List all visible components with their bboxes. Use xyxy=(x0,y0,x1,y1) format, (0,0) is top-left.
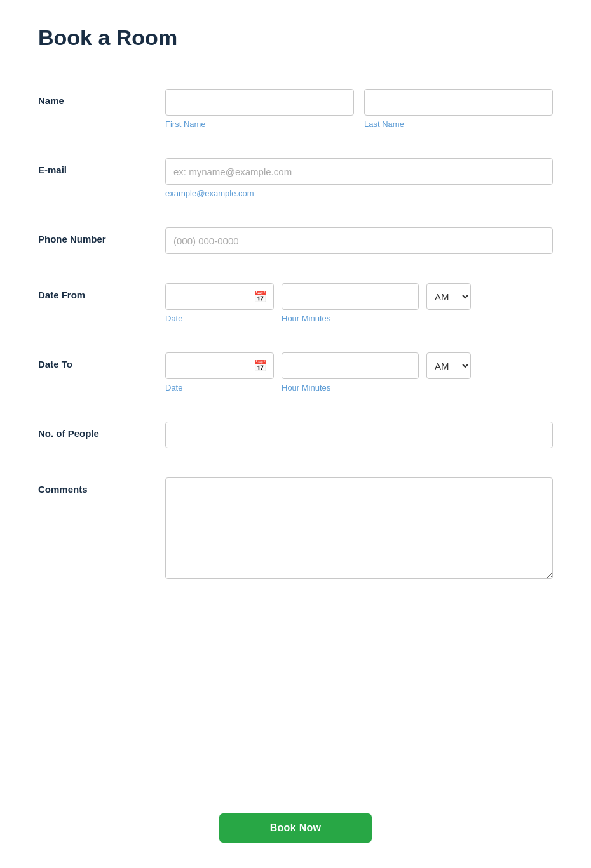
date-from-date-inner: 10-23-2024 📅 xyxy=(165,283,274,310)
phone-fields xyxy=(165,227,553,254)
phone-label: Phone Number xyxy=(38,227,165,244)
date-to-label: Date To xyxy=(38,352,165,370)
page-title: Book a Room xyxy=(38,25,553,50)
date-to-date-sublabel: Date xyxy=(165,383,274,392)
name-fields: First Name Last Name xyxy=(165,89,553,129)
page-container: Book a Room Name First Name Last Name xyxy=(0,0,591,868)
email-fields: example@example.com xyxy=(165,158,553,198)
book-now-button[interactable]: Book Now xyxy=(219,813,372,843)
date-to-fields: 10-23-2024 📅 Date 05:30 Hour Minutes AM … xyxy=(165,352,553,392)
phone-input[interactable] xyxy=(165,227,553,254)
email-sublabel: example@example.com xyxy=(165,189,553,198)
people-input[interactable] xyxy=(165,422,553,448)
first-name-sublabel: First Name xyxy=(165,119,354,129)
comments-textarea[interactable] xyxy=(165,477,553,579)
people-label: No. of People xyxy=(38,422,165,439)
date-from-date-sublabel: Date xyxy=(165,314,274,323)
email-input[interactable] xyxy=(165,158,553,185)
date-to-date-input[interactable]: 10-23-2024 xyxy=(172,353,248,378)
date-to-time-wrap: 05:30 Hour Minutes xyxy=(282,352,419,392)
date-from-time-input[interactable]: 05:30 xyxy=(282,283,419,310)
header: Book a Room xyxy=(0,0,591,63)
date-to-ampm-select[interactable]: AM PM xyxy=(426,352,471,379)
calendar-from-icon[interactable]: 📅 xyxy=(254,290,267,304)
comments-row: Comments xyxy=(38,471,553,582)
date-from-time-sublabel: Hour Minutes xyxy=(282,314,419,323)
date-from-fields: 10-23-2024 📅 Date 05:30 Hour Minutes AM … xyxy=(165,283,553,323)
comments-label: Comments xyxy=(38,477,165,495)
date-to-date-wrap: 10-23-2024 📅 Date xyxy=(165,352,274,392)
header-divider xyxy=(0,63,591,63)
date-to-time-sublabel: Hour Minutes xyxy=(282,383,419,392)
date-from-date-input[interactable]: 10-23-2024 xyxy=(172,284,248,309)
date-from-date-wrap: 10-23-2024 📅 Date xyxy=(165,283,274,323)
footer: Book Now xyxy=(0,794,591,868)
date-from-row: Date From 10-23-2024 📅 Date 05:30 Hour M… xyxy=(38,277,553,323)
people-row: No. of People xyxy=(38,415,553,448)
date-to-time-input[interactable]: 05:30 xyxy=(282,352,419,379)
date-to-date-inner: 10-23-2024 📅 xyxy=(165,352,274,379)
name-label: Name xyxy=(38,89,165,106)
comments-fields xyxy=(165,477,553,582)
last-name-sublabel: Last Name xyxy=(364,119,553,129)
date-to-ampm-wrap: AM PM xyxy=(426,352,471,379)
people-fields xyxy=(165,422,553,448)
date-from-label: Date From xyxy=(38,283,165,300)
last-name-group: Last Name xyxy=(364,89,553,129)
form-container: Name First Name Last Name E-mail xyxy=(0,70,591,787)
date-from-ampm-wrap: AM PM xyxy=(426,283,471,310)
calendar-to-icon[interactable]: 📅 xyxy=(254,359,267,373)
last-name-input[interactable] xyxy=(364,89,553,116)
phone-row: Phone Number xyxy=(38,221,553,254)
name-row: Name First Name Last Name xyxy=(38,83,553,129)
email-label: E-mail xyxy=(38,158,165,175)
date-from-ampm-select[interactable]: AM PM xyxy=(426,283,471,310)
date-to-row: Date To 10-23-2024 📅 Date 05:30 Hour Min… xyxy=(38,346,553,392)
date-from-time-wrap: 05:30 Hour Minutes xyxy=(282,283,419,323)
first-name-group: First Name xyxy=(165,89,354,129)
first-name-input[interactable] xyxy=(165,89,354,116)
email-row: E-mail example@example.com xyxy=(38,152,553,198)
